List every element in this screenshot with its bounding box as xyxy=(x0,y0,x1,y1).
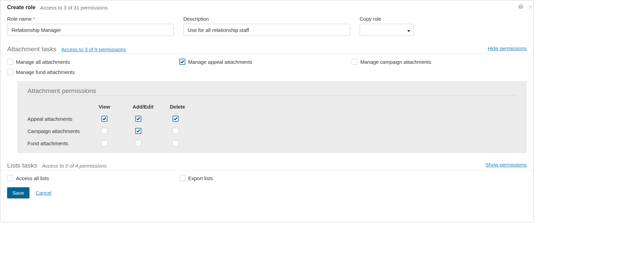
appeal-addedit-cell xyxy=(133,116,170,122)
appeal-delete-checkbox[interactable] xyxy=(173,116,179,122)
action-bar: Save Cancel xyxy=(0,181,534,205)
access-all-lists-item[interactable]: Access all lists xyxy=(7,175,179,181)
access-all-lists-checkbox[interactable] xyxy=(7,175,13,181)
manage-all-attachments-label: Manage all attachments xyxy=(16,59,70,65)
modal-header: Create role Access to 3 of 31 permission… xyxy=(0,0,534,14)
attachment-permissions-table: View Add/Edit Delete Appeal attachments … xyxy=(27,104,517,146)
col-header-addedit: Add/Edit xyxy=(133,104,170,110)
appeal-addedit-checkbox[interactable] xyxy=(135,116,141,122)
manage-fund-attachments-checkbox[interactable] xyxy=(7,69,13,75)
col-header-view: View xyxy=(99,104,133,110)
checkmark-icon xyxy=(174,117,178,121)
manage-fund-attachments-item[interactable]: Manage fund attachments xyxy=(7,69,179,75)
manage-appeal-attachments-label: Manage appeal attachments xyxy=(188,59,252,65)
attachment-tasks-access-link[interactable]: Access to 3 of 9 permissions xyxy=(61,46,126,52)
fund-view-cell xyxy=(99,140,133,146)
lists-tasks-header: Lists tasks Access to 0 of 4 permissions… xyxy=(0,162,534,170)
fund-delete-checkbox[interactable] xyxy=(173,140,179,146)
required-star-icon: * xyxy=(33,16,35,22)
role-name-label-text: Role name xyxy=(7,16,32,22)
manage-campaign-attachments-checkbox[interactable] xyxy=(351,59,358,65)
manage-all-attachments-checkbox[interactable] xyxy=(7,59,13,65)
role-name-group: Role name* xyxy=(7,16,174,37)
checkmark-icon xyxy=(102,117,106,121)
modal-title: Create role xyxy=(7,4,36,11)
caret-down-icon xyxy=(407,27,410,33)
row-label-fund: Fund attachments xyxy=(27,140,99,146)
appeal-view-cell xyxy=(99,116,133,122)
lists-tasks-grid: Access all lists Export lists xyxy=(0,170,534,181)
campaign-view-cell xyxy=(99,128,133,134)
manage-appeal-attachments-item[interactable]: Manage appeal attachments xyxy=(179,59,351,65)
manage-appeal-attachments-checkbox[interactable] xyxy=(179,59,185,65)
fund-addedit-checkbox[interactable] xyxy=(135,140,141,146)
campaign-delete-cell xyxy=(170,128,204,134)
campaign-delete-checkbox[interactable] xyxy=(173,128,179,134)
show-permissions-link[interactable]: Show permissions xyxy=(485,162,527,168)
copy-role-select-wrapper xyxy=(360,24,414,37)
lists-tasks-access-text: Access to 0 of 4 permissions xyxy=(42,163,107,169)
export-lists-item[interactable]: Export lists xyxy=(179,175,351,181)
checkmark-icon xyxy=(136,117,140,121)
manage-campaign-attachments-item[interactable]: Manage campaign attachments xyxy=(351,59,524,65)
col-header-delete: Delete xyxy=(170,104,204,110)
modal-subtitle: Access to 3 of 31 permissions xyxy=(40,5,108,11)
role-name-input[interactable] xyxy=(7,24,174,36)
campaign-view-checkbox[interactable] xyxy=(101,128,107,134)
copy-role-select[interactable] xyxy=(360,24,414,36)
fund-delete-cell xyxy=(170,140,204,146)
export-lists-label: Export lists xyxy=(188,175,213,181)
fund-addedit-cell xyxy=(133,140,170,146)
export-lists-checkbox[interactable] xyxy=(179,175,185,181)
create-role-modal: Create role Access to 3 of 31 permission… xyxy=(0,0,534,222)
manage-all-attachments-item[interactable]: Manage all attachments xyxy=(7,59,179,65)
attachment-tasks-header: Attachment tasks Access to 3 of 9 permis… xyxy=(0,45,534,54)
appeal-view-checkbox[interactable] xyxy=(101,116,107,122)
description-label: Description xyxy=(183,16,350,22)
close-icon[interactable] xyxy=(528,4,533,11)
row-label-appeal: Appeal attachments xyxy=(27,116,99,122)
campaign-addedit-checkbox[interactable] xyxy=(135,128,141,134)
form-row: Role name* Description Copy role xyxy=(0,16,534,37)
role-name-label: Role name* xyxy=(7,16,174,22)
manage-campaign-attachments-label: Manage campaign attachments xyxy=(360,59,431,65)
save-button[interactable]: Save xyxy=(7,187,29,198)
description-group: Description xyxy=(183,16,350,37)
description-input[interactable] xyxy=(183,24,350,36)
lists-tasks-title: Lists tasks xyxy=(7,162,37,169)
attachment-permissions-panel: Attachment permissions View Add/Edit Del… xyxy=(17,81,527,153)
copy-role-label: Copy role xyxy=(360,16,414,22)
checkmark-icon xyxy=(136,129,140,133)
access-all-lists-label: Access all lists xyxy=(16,175,49,181)
campaign-addedit-cell xyxy=(133,128,170,134)
hide-permissions-link[interactable]: Hide permissions xyxy=(488,45,527,51)
row-label-campaign: Campaign attachments xyxy=(27,128,99,134)
attachment-tasks-grid: Manage all attachments Manage appeal att… xyxy=(0,54,534,75)
attachment-permissions-title: Attachment permissions xyxy=(27,87,517,96)
attachment-tasks-title: Attachment tasks xyxy=(7,45,57,53)
help-icon[interactable] xyxy=(518,4,524,11)
fund-view-checkbox[interactable] xyxy=(101,140,107,146)
copy-role-group: Copy role xyxy=(360,16,414,37)
checkmark-icon xyxy=(180,60,184,64)
cancel-link[interactable]: Cancel xyxy=(36,190,52,196)
appeal-delete-cell xyxy=(170,116,204,122)
header-icons xyxy=(518,4,531,11)
manage-fund-attachments-label: Manage fund attachments xyxy=(16,69,75,75)
